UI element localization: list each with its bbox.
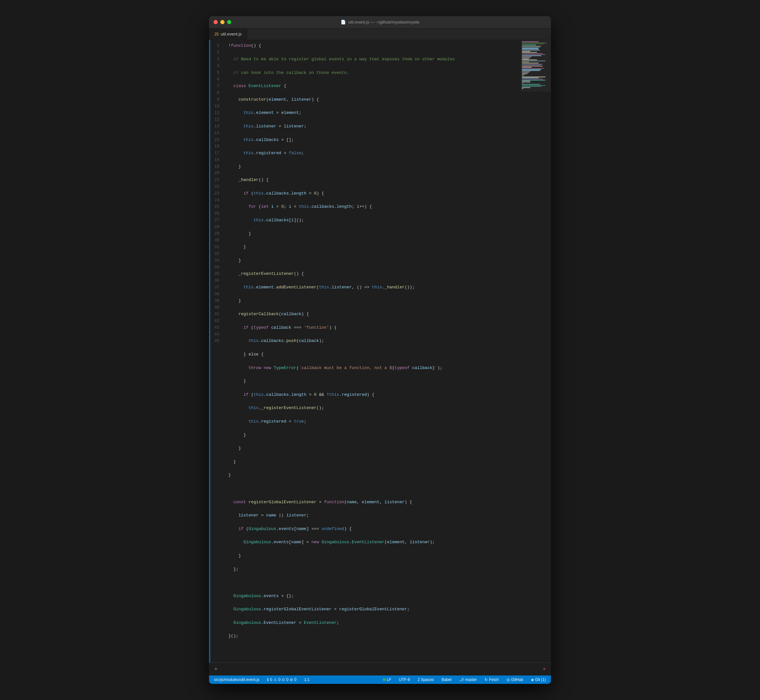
branch-icon: ⎇ xyxy=(459,677,464,682)
fetch-status[interactable]: ↻ Fetch xyxy=(483,677,500,682)
git-icon: ◈ xyxy=(531,677,534,682)
status-bar: src/js/modules/util.event.js ℹ 0 ⚠ 0 ⊙ 0… xyxy=(209,675,551,684)
info-icon: ℹ xyxy=(267,677,269,682)
language-text: Babel xyxy=(442,677,452,682)
filepath-text: src/js/modules/util.event.js xyxy=(214,677,260,682)
bottom-panel: + × xyxy=(209,662,551,675)
code-editor[interactable]: !function() { // Need to be able to regi… xyxy=(225,40,551,662)
warning-icon: ⚠ xyxy=(274,677,277,682)
js-file-icon: JS xyxy=(214,32,219,36)
editor-area: 1 2 3 4 5 6 7 8 9 10 11 12 13 14 15 16 1… xyxy=(209,40,551,662)
circle-icon: ⊙ xyxy=(281,677,285,682)
indent-status[interactable]: 2 Spaces xyxy=(416,677,435,682)
new-tab-button[interactable]: + xyxy=(214,666,218,673)
warning2-count: 0 xyxy=(294,677,296,682)
cursor-text: 1:1 xyxy=(304,677,310,682)
titlebar: 📄 util.event.js — ~/github/mysites/mysit… xyxy=(209,16,551,28)
tab-bar: JS util.event.js xyxy=(209,28,551,40)
branch-text: master xyxy=(465,677,477,682)
filepath-status[interactable]: src/js/modules/util.event.js xyxy=(213,677,261,682)
line-numbers: 1 2 3 4 5 6 7 8 9 10 11 12 13 14 15 16 1… xyxy=(210,40,225,662)
tab-util-event-js[interactable]: JS util.event.js xyxy=(209,28,247,40)
maximize-button[interactable] xyxy=(227,20,231,24)
close-panel-button[interactable]: × xyxy=(543,666,546,672)
line-ending-status[interactable]: LF xyxy=(382,677,393,682)
git-text: Git (1) xyxy=(535,677,546,682)
git-status[interactable]: ◈ Git (1) xyxy=(530,677,547,682)
warning-count: 0 xyxy=(278,677,281,682)
editor-window: 📄 util.event.js — ~/github/mysites/mysit… xyxy=(209,16,551,684)
fetch-text: Fetch xyxy=(489,677,499,682)
close-button[interactable] xyxy=(214,20,218,24)
traffic-lights xyxy=(214,20,231,24)
error-warning-status[interactable]: ℹ 0 ⚠ 0 ⊙ 0 ⊘ 0 xyxy=(266,677,298,682)
minimize-button[interactable] xyxy=(220,20,225,24)
minimap[interactable] xyxy=(520,40,551,92)
line-ending-text: LF xyxy=(387,677,391,682)
github-status[interactable]: ◎ GitHub xyxy=(505,677,524,682)
encoding-status[interactable]: UTF-8 xyxy=(398,677,411,682)
language-status[interactable]: Babel xyxy=(440,677,453,682)
status-dot-green xyxy=(383,678,385,681)
cursor-position[interactable]: 1:1 xyxy=(303,677,311,682)
warning2-icon: ⊘ xyxy=(290,677,293,682)
indent-text: 2 Spaces xyxy=(418,677,434,682)
tab-label: util.event.js xyxy=(220,31,242,36)
github-text: GitHub xyxy=(511,677,523,682)
info2-count: 0 xyxy=(286,677,288,682)
encoding-text: UTF-8 xyxy=(399,677,410,682)
code-container[interactable]: 1 2 3 4 5 6 7 8 9 10 11 12 13 14 15 16 1… xyxy=(210,40,551,662)
sync-icon: ↻ xyxy=(485,677,488,682)
statusbar-left: src/js/modules/util.event.js ℹ 0 ⚠ 0 ⊙ 0… xyxy=(213,677,380,682)
window-title: 📄 util.event.js — ~/github/mysites/mysit… xyxy=(341,20,419,25)
file-icon: 📄 xyxy=(341,20,346,25)
git-branch-status[interactable]: ⎇ master xyxy=(458,677,479,682)
statusbar-right: LF UTF-8 2 Spaces Babel ⎇ master ↻ Fetch… xyxy=(382,677,547,682)
error-count: 0 xyxy=(270,677,272,682)
github-icon: ◎ xyxy=(507,677,510,682)
